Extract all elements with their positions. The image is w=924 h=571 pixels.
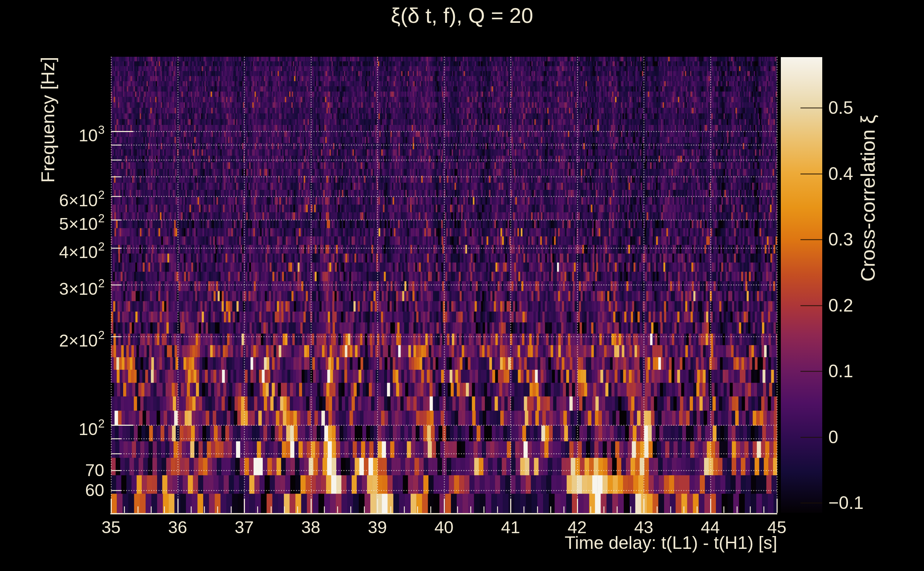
x-tick-label: 36 bbox=[153, 517, 203, 537]
y-tick-label: 103 bbox=[0, 121, 104, 146]
colorbar-tick-label: 0.4 bbox=[828, 163, 900, 185]
colorbar-tick-label: 0.3 bbox=[828, 229, 900, 250]
y-tick-label: 4×102 bbox=[0, 238, 104, 262]
y-tick-label: 2×102 bbox=[0, 327, 104, 351]
x-tick-label: 38 bbox=[286, 517, 336, 537]
y-tick-label: 5×102 bbox=[0, 210, 104, 234]
y-tick-label: 102 bbox=[0, 415, 104, 439]
y-axis-title: Frequency [Hz] bbox=[36, 54, 59, 183]
colorbar-tick-label: 0.5 bbox=[828, 97, 900, 119]
x-tick-label: 37 bbox=[219, 517, 269, 537]
colorbar-tick-label: 0.1 bbox=[828, 360, 900, 382]
y-tick-label: 6×102 bbox=[0, 186, 104, 211]
x-tick-label: 35 bbox=[86, 517, 136, 537]
x-tick-label: 45 bbox=[752, 517, 802, 537]
figure-cross-correlation-spectrogram: ξ(δ t, f), Q = 20 Frequency [Hz] Time de… bbox=[0, 0, 924, 571]
x-tick-label: 41 bbox=[485, 517, 536, 537]
x-tick-label: 39 bbox=[352, 517, 402, 537]
y-tick-label: 60 bbox=[0, 480, 104, 500]
colorbar-tick-label: −0.1 bbox=[828, 492, 900, 514]
colorbar-tick-label: 0.2 bbox=[828, 295, 900, 316]
y-tick-label: 3×102 bbox=[0, 275, 104, 299]
y-tick-label: 70 bbox=[0, 460, 104, 480]
x-tick-label: 43 bbox=[619, 517, 669, 537]
x-tick-label: 42 bbox=[552, 517, 602, 537]
heatmap-canvas bbox=[0, 0, 924, 571]
x-tick-label: 44 bbox=[686, 517, 735, 537]
x-tick-label: 40 bbox=[419, 517, 469, 537]
chart-title: ξ(δ t, f), Q = 20 bbox=[0, 4, 924, 27]
colorbar-tick-label: 0 bbox=[828, 426, 900, 448]
